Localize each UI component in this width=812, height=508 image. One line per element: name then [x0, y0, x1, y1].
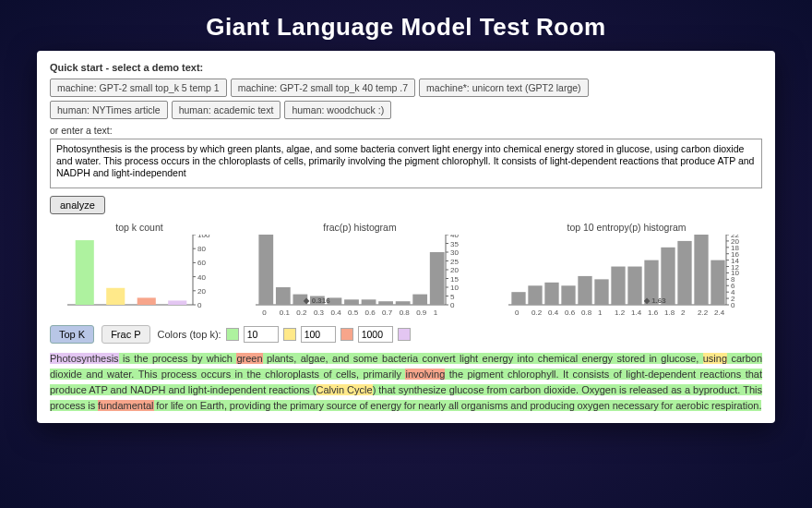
svg-text:0.6: 0.6 — [565, 308, 576, 317]
token: Calvin Cycle — [316, 384, 373, 395]
svg-rect-97 — [677, 241, 691, 305]
token: green — [236, 353, 262, 364]
color-swatch — [340, 328, 353, 341]
svg-text:0.4: 0.4 — [548, 308, 559, 317]
page-title: Giant Language Model Test Room — [0, 0, 812, 51]
svg-rect-87 — [511, 292, 525, 305]
svg-rect-45 — [378, 301, 393, 305]
svg-rect-93 — [611, 267, 625, 305]
demo-button[interactable]: human: academic text — [172, 101, 281, 119]
chart: frac(p) histogram051015202530354000.10.2… — [254, 222, 466, 318]
svg-rect-39 — [276, 287, 291, 305]
svg-rect-92 — [594, 279, 608, 305]
fracp-toggle[interactable]: Frac P — [102, 325, 149, 344]
legend-label: Colors (top k): — [158, 329, 221, 340]
token: involving — [405, 369, 445, 380]
svg-text:40: 40 — [197, 273, 206, 282]
svg-rect-16 — [137, 297, 156, 305]
svg-text:25: 25 — [450, 258, 459, 266]
svg-text:0.5: 0.5 — [348, 308, 359, 317]
demo-button[interactable]: machine: GPT-2 small top_k 5 temp 1 — [50, 79, 227, 97]
svg-text:0: 0 — [262, 308, 267, 317]
svg-rect-14 — [76, 240, 94, 305]
svg-text:1: 1 — [598, 308, 603, 317]
svg-text:40: 40 — [450, 235, 459, 239]
threshold-input[interactable] — [358, 326, 393, 343]
svg-rect-17 — [168, 300, 186, 305]
svg-text:10: 10 — [450, 284, 459, 292]
color-swatch — [283, 328, 296, 341]
analyze-button[interactable]: analyze — [50, 196, 105, 214]
svg-rect-94 — [627, 267, 641, 305]
toggle-row: Top K Frac P Colors (top k): — [50, 325, 762, 344]
svg-text:22: 22 — [731, 235, 739, 239]
topk-toggle[interactable]: Top K — [50, 325, 94, 344]
chart-title: top k count — [66, 222, 213, 233]
chart-title: top 10 entropy(p) histogram — [507, 222, 746, 233]
svg-rect-99 — [710, 260, 724, 305]
svg-rect-15 — [106, 288, 125, 305]
svg-rect-46 — [396, 301, 411, 305]
svg-text:1.4: 1.4 — [631, 308, 642, 317]
color-swatch — [226, 328, 239, 341]
svg-text:1.6: 1.6 — [648, 308, 659, 317]
highlighted-text: Photosynthesis is the process by which g… — [50, 351, 762, 414]
svg-text:0.2: 0.2 — [531, 308, 543, 317]
text-input[interactable] — [50, 139, 762, 188]
threshold-input[interactable] — [301, 326, 336, 343]
svg-text:0: 0 — [515, 308, 519, 317]
svg-rect-48 — [430, 252, 445, 305]
demo-button[interactable]: human: woodchuck :) — [284, 101, 391, 119]
svg-rect-38 — [258, 235, 273, 305]
svg-rect-98 — [694, 235, 708, 305]
svg-text:◆ 0.316: ◆ 0.316 — [303, 296, 330, 305]
svg-rect-89 — [544, 283, 558, 305]
svg-text:0.4: 0.4 — [330, 308, 341, 317]
chart: top 10 entropy(p) histogram0246810121416… — [507, 222, 746, 318]
enter-text-label: or enter a text: — [50, 125, 762, 136]
svg-text:30: 30 — [450, 248, 459, 257]
svg-text:0.8: 0.8 — [400, 308, 411, 317]
demo-button[interactable]: machine: GPT-2 small top_k 40 temp .7 — [231, 79, 415, 97]
demo-button[interactable]: machine*: unicorn text (GPT2 large) — [419, 79, 589, 97]
threshold-input[interactable] — [244, 326, 279, 343]
color-legend: Colors (top k): — [158, 326, 411, 343]
svg-text:100: 100 — [197, 235, 210, 239]
token: plants, algae, and some bacteria convert… — [263, 353, 703, 364]
color-swatch — [398, 328, 411, 341]
svg-text:1.8: 1.8 — [664, 308, 675, 317]
svg-text:35: 35 — [450, 240, 459, 248]
svg-text:1: 1 — [434, 308, 438, 317]
svg-text:20: 20 — [197, 287, 206, 296]
svg-rect-91 — [578, 276, 591, 305]
svg-text:1.2: 1.2 — [615, 308, 626, 317]
token: for life on Earth, providing the primary… — [154, 400, 762, 411]
svg-text:◆ 1.63: ◆ 1.63 — [643, 296, 666, 305]
svg-text:0.6: 0.6 — [365, 308, 376, 317]
svg-text:2: 2 — [681, 308, 686, 317]
svg-text:0.3: 0.3 — [314, 308, 325, 317]
svg-text:0.7: 0.7 — [382, 308, 393, 317]
svg-text:0.2: 0.2 — [296, 308, 307, 317]
chart-title: frac(p) histogram — [254, 222, 466, 233]
svg-rect-44 — [362, 299, 376, 305]
svg-text:20: 20 — [450, 266, 459, 274]
token: Photosynthesis — [50, 353, 119, 364]
demo-row-2: human: NYTimes articlehuman: academic te… — [50, 101, 762, 119]
svg-rect-43 — [344, 299, 359, 305]
token: using — [703, 353, 727, 364]
svg-text:2.2: 2.2 — [698, 308, 709, 317]
quick-start-label: Quick start - select a demo text: — [50, 62, 762, 73]
svg-rect-88 — [528, 285, 542, 305]
svg-text:0.1: 0.1 — [280, 308, 291, 317]
svg-text:0.9: 0.9 — [416, 308, 427, 317]
demo-button[interactable]: human: NYTimes article — [50, 101, 168, 119]
svg-rect-47 — [412, 295, 427, 305]
token: fundamental — [98, 400, 154, 411]
svg-text:2.4: 2.4 — [714, 308, 725, 317]
svg-rect-90 — [561, 285, 575, 305]
main-panel: Quick start - select a demo text: machin… — [37, 51, 775, 423]
svg-text:15: 15 — [450, 275, 459, 284]
token: is the process by which — [119, 353, 237, 364]
svg-text:0: 0 — [450, 301, 455, 309]
